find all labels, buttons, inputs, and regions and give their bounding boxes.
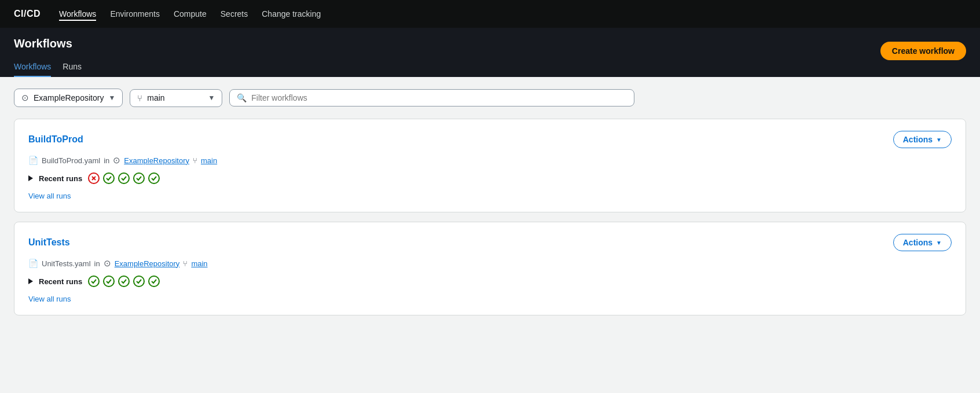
run-icon-1-buildtoprod [103, 172, 115, 184]
workflow-meta-buildtoprod: 📄 BuildToProd.yaml in ⊙ ExampleRepositor… [28, 155, 952, 166]
run-icon-2-buildtoprod [118, 172, 130, 184]
repo-icon: ⊙ [21, 93, 29, 103]
svg-point-9 [119, 276, 129, 287]
actions-label-buildtoprod: Actions [903, 135, 933, 144]
svg-point-8 [104, 276, 114, 287]
workflow-branch-unittests[interactable]: main [191, 259, 207, 268]
workflow-card-header: BuildToProd Actions ▼ [28, 131, 952, 148]
create-workflow-button[interactable]: Create workflow [880, 42, 966, 60]
triangle-icon-buildtoprod [28, 175, 33, 181]
branch-filter-value: main [147, 93, 164, 102]
branch-icon: ⑂ [137, 93, 142, 103]
workflow-card-buildtoprod: BuildToProd Actions ▼ 📄 BuildToProd.yaml… [14, 119, 966, 212]
run-icon-3-buildtoprod [133, 172, 145, 184]
svg-point-11 [149, 276, 159, 287]
sub-header: Workflows Workflows Runs Create workflow [0, 28, 980, 77]
workflow-repo-buildtoprod[interactable]: ExampleRepository [124, 156, 189, 165]
workflow-branch-buildtoprod[interactable]: main [201, 156, 217, 165]
svg-point-3 [104, 173, 114, 183]
workflow-name-buildtoprod[interactable]: BuildToProd [28, 134, 83, 145]
workflow-repo-unittests[interactable]: ExampleRepository [115, 259, 180, 268]
svg-point-7 [89, 276, 99, 287]
recent-runs-unittests: Recent runs [28, 276, 952, 287]
filters-bar: ⊙ ExampleRepository ▼ ⑂ main ▼ 🔍 [14, 89, 966, 107]
nav-item-change-tracking[interactable]: Change tracking [262, 9, 321, 19]
in-label-unittests: in [94, 259, 100, 268]
repository-filter[interactable]: ⊙ ExampleRepository ▼ [14, 89, 123, 107]
workflow-file-buildtoprod: BuildToProd.yaml [42, 156, 100, 165]
nav-menu: Workflows Environments Compute Secrets C… [59, 9, 321, 19]
repo-icon-unittests: ⊙ [104, 258, 111, 269]
workflow-card-header-unittests: UnitTests Actions ▼ [28, 234, 952, 251]
run-icon-1-unittests [103, 276, 115, 287]
repo-dropdown-arrow: ▼ [108, 94, 115, 102]
recent-runs-label-buildtoprod: Recent runs [28, 174, 82, 183]
run-icon-3-unittests [133, 276, 145, 287]
run-icon-0-buildtoprod [88, 172, 100, 184]
repo-icon-buildtoprod: ⊙ [113, 155, 120, 166]
actions-button-unittests[interactable]: Actions ▼ [893, 234, 952, 251]
view-all-runs-unittests[interactable]: View all runs [28, 295, 71, 303]
file-icon-buildtoprod: 📄 [28, 156, 38, 165]
file-icon-unittests: 📄 [28, 259, 38, 268]
in-label-buildtoprod: in [104, 156, 109, 165]
branch-icon-unittests: ⑂ [183, 259, 188, 268]
run-icon-4-buildtoprod [148, 172, 160, 184]
workflow-meta-unittests: 📄 UnitTests.yaml in ⊙ ExampleRepository … [28, 258, 952, 269]
tab-workflows[interactable]: Workflows [14, 57, 51, 77]
tab-runs[interactable]: Runs [63, 57, 82, 77]
branch-icon-buildtoprod: ⑂ [193, 156, 197, 165]
svg-point-6 [149, 173, 159, 183]
branch-filter[interactable]: ⑂ main ▼ [130, 89, 222, 107]
actions-arrow-unittests: ▼ [936, 240, 942, 246]
run-icon-4-unittests [148, 276, 160, 287]
triangle-icon-unittests [28, 278, 33, 284]
workflow-card-unittests: UnitTests Actions ▼ 📄 UnitTests.yaml in … [14, 222, 966, 315]
run-icon-2-unittests [118, 276, 130, 287]
nav-item-workflows[interactable]: Workflows [59, 9, 96, 21]
nav-item-secrets[interactable]: Secrets [221, 9, 248, 19]
actions-arrow-buildtoprod: ▼ [936, 137, 942, 143]
workflow-file-unittests: UnitTests.yaml [42, 259, 91, 268]
recent-runs-label-unittests: Recent runs [28, 277, 82, 286]
sub-tabs: Workflows Runs [14, 57, 93, 77]
svg-point-4 [119, 173, 129, 183]
run-icon-0-unittests [88, 276, 100, 287]
run-icons-buildtoprod [88, 172, 160, 184]
search-box[interactable]: 🔍 [229, 89, 634, 106]
main-content: ⊙ ExampleRepository ▼ ⑂ main ▼ 🔍 BuildTo… [0, 77, 980, 393]
run-icons-unittests [88, 276, 160, 287]
search-input[interactable] [251, 93, 627, 102]
svg-point-10 [134, 276, 144, 287]
actions-button-buildtoprod[interactable]: Actions ▼ [893, 131, 952, 148]
branch-dropdown-arrow: ▼ [208, 94, 215, 102]
view-all-runs-buildtoprod[interactable]: View all runs [28, 192, 71, 200]
top-navigation: CI/CD Workflows Environments Compute Sec… [0, 0, 980, 28]
workflow-name-unittests[interactable]: UnitTests [28, 237, 70, 248]
search-icon: 🔍 [237, 93, 247, 102]
nav-item-environments[interactable]: Environments [110, 9, 160, 19]
page-title: Workflows [14, 37, 93, 50]
actions-label-unittests: Actions [903, 238, 933, 247]
app-logo: CI/CD [14, 9, 41, 19]
svg-point-5 [134, 173, 144, 183]
nav-item-compute[interactable]: Compute [174, 9, 207, 19]
repository-filter-value: ExampleRepository [34, 93, 104, 102]
recent-runs-buildtoprod: Recent runs [28, 172, 952, 184]
sub-header-left: Workflows Workflows Runs [14, 37, 93, 77]
